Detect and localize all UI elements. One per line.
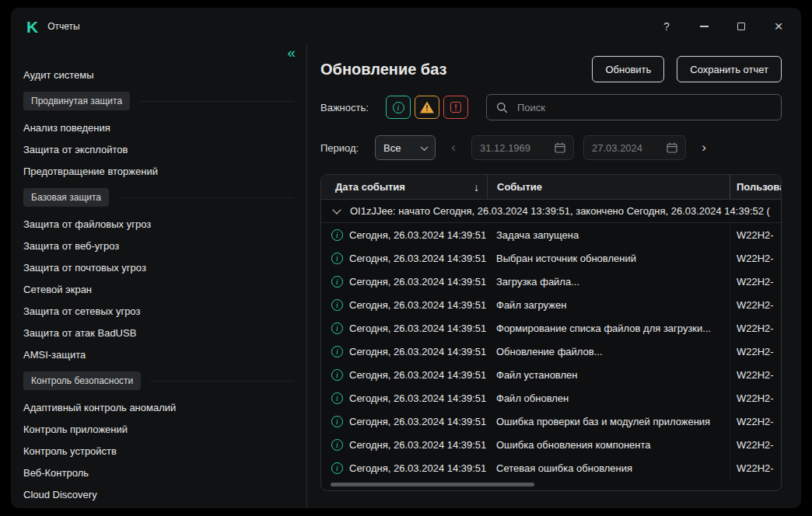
section-divider (118, 197, 294, 198)
date-to-value: 27.03.2024 (592, 142, 642, 154)
sidebar-item[interactable]: Контроль устройств (23, 440, 294, 462)
window-title: Отчеты (47, 21, 79, 32)
window-controls: ? × (641, 15, 790, 38)
info-icon (331, 416, 343, 427)
event-date-cell: Сегодня, 26.03.2024 14:39:51 (321, 439, 487, 451)
table-row[interactable]: Сегодня, 26.03.2024 14:39:51Формирование… (321, 316, 781, 340)
event-date-cell: Сегодня, 26.03.2024 14:39:51 (321, 229, 487, 241)
event-user: W22H2- (730, 270, 781, 293)
period-prev-button[interactable]: ‹ (445, 140, 462, 155)
period-next-button[interactable]: › (695, 140, 712, 155)
info-icon (331, 229, 343, 241)
sidebar-section: Базовая защита (23, 188, 294, 207)
critical-icon (450, 102, 461, 113)
event-user: W22H2- (730, 410, 781, 433)
event-date-cell: Сегодня, 26.03.2024 14:39:51 (321, 276, 487, 288)
sidebar-item[interactable]: Анализ поведения (23, 117, 294, 138)
event-name: Ошибка проверки баз и модулей приложения (487, 416, 730, 427)
severity-warning-toggle[interactable] (415, 96, 439, 119)
table-row[interactable]: Сегодня, 26.03.2024 14:39:51Ошибка прове… (321, 410, 781, 433)
table-header: Дата события ↓ Событие Пользователь (321, 175, 781, 200)
severity-info-toggle[interactable] (386, 96, 411, 119)
event-date: Сегодня, 26.03.2024 14:39:51 (349, 439, 486, 451)
table-row[interactable]: Сегодня, 26.03.2024 14:39:51Загрузка фай… (321, 270, 781, 293)
column-header-event[interactable]: Событие (487, 175, 730, 199)
event-user: W22H2- (730, 316, 781, 340)
table-row[interactable]: Сегодня, 26.03.2024 14:39:51Файл обновле… (321, 386, 781, 410)
sidebar-item[interactable]: Предотвращение вторжений (23, 160, 294, 182)
event-date: Сегодня, 26.03.2024 14:39:51 (349, 346, 486, 357)
date-from-input[interactable]: 31.12.1969 (471, 135, 574, 160)
sidebar-section: Продвинутая защита (23, 92, 294, 110)
sidebar-item[interactable]: Защита от эксплойтов (23, 138, 294, 160)
calendar-icon (555, 142, 565, 153)
table-row[interactable]: Сегодня, 26.03.2024 14:39:51Выбран источ… (321, 246, 781, 270)
table-row[interactable]: Сегодня, 26.03.2024 14:39:51Файл установ… (321, 363, 781, 386)
sidebar-item[interactable]: Аудит системы (23, 64, 294, 85)
table-row[interactable]: Сегодня, 26.03.2024 14:39:51Файл загруже… (321, 293, 781, 316)
event-date-cell: Сегодня, 26.03.2024 14:39:51 (321, 253, 487, 264)
maximize-button[interactable] (730, 15, 753, 38)
event-date: Сегодня, 26.03.2024 14:39:51 (349, 253, 486, 264)
period-select[interactable]: Все (375, 135, 436, 160)
column-header-date[interactable]: Дата события ↓ (321, 175, 487, 199)
event-user: W22H2- (730, 293, 781, 316)
sidebar-item[interactable]: Контроль приложений (23, 418, 294, 440)
event-name: Выбран источник обновлений (487, 253, 730, 264)
event-user: W22H2- (730, 433, 781, 456)
minimize-button[interactable] (692, 15, 716, 38)
event-name: Задача запущена (487, 229, 730, 241)
horizontal-scrollbar (331, 483, 772, 486)
table-row[interactable]: Сегодня, 26.03.2024 14:39:51Ошибка обнов… (321, 433, 781, 456)
chevron-down-icon (332, 205, 341, 214)
event-user: W22H2- (730, 386, 781, 410)
warning-icon (420, 102, 434, 113)
event-date-cell: Сегодня, 26.03.2024 14:39:51 (321, 462, 487, 474)
sidebar-item[interactable]: Защита от файловых угроз (23, 213, 294, 235)
date-from-value: 31.12.1969 (480, 142, 530, 154)
table-row[interactable]: Сегодня, 26.03.2024 14:39:51Обновление ф… (321, 340, 781, 363)
search-icon (496, 102, 508, 113)
sidebar-item[interactable]: Cloud Discovery (23, 483, 294, 505)
sidebar-list: Аудит системыПродвинутая защитаАнализ по… (23, 64, 294, 505)
sidebar-section: Контроль безопасности (23, 371, 294, 390)
event-date-cell: Сегодня, 26.03.2024 14:39:51 (321, 299, 487, 311)
sidebar-item[interactable]: Защита от сетевых угроз (23, 300, 294, 322)
sidebar-item[interactable]: Защита от почтовых угроз (23, 256, 294, 278)
sidebar-item[interactable]: Адаптивный контроль аномалий (23, 396, 294, 418)
event-name: Файл установлен (487, 369, 730, 381)
horizontal-scrollbar-thumb[interactable] (331, 483, 534, 486)
refresh-button[interactable]: Обновить (592, 56, 664, 82)
event-user: W22H2- (730, 246, 781, 270)
event-date-cell: Сегодня, 26.03.2024 14:39:51 (321, 416, 487, 427)
sidebar-item[interactable]: Защита от веб-угроз (23, 235, 294, 256)
kaspersky-logo-icon: K (26, 19, 38, 35)
event-name: Сетевая ошибка обновления (487, 462, 730, 474)
task-group-row[interactable]: OI1zJJee: начато Сегодня, 26.03.2024 13:… (321, 200, 781, 223)
help-button[interactable]: ? (655, 15, 678, 38)
sidebar-item[interactable]: AMSI-защита (23, 343, 294, 365)
table-row[interactable]: Сегодня, 26.03.2024 14:39:51Задача запущ… (321, 223, 781, 246)
sidebar-item[interactable]: Веб-Контроль (23, 462, 294, 483)
column-header-user[interactable]: Пользователь (730, 175, 781, 199)
table-row[interactable]: Сегодня, 26.03.2024 14:39:51Сетевая ошиб… (321, 456, 781, 479)
event-user: W22H2- (730, 363, 781, 386)
minimize-icon (700, 26, 709, 27)
event-date: Сегодня, 26.03.2024 14:39:51 (349, 416, 486, 427)
date-to-input[interactable]: 27.03.2024 (583, 135, 686, 160)
sidebar-section-badge: Продвинутая защита (23, 92, 130, 110)
severity-critical-toggle[interactable] (443, 96, 468, 119)
close-button[interactable]: × (767, 15, 790, 38)
info-icon (331, 346, 343, 357)
search-input[interactable] (516, 101, 772, 114)
sidebar-item[interactable]: Защита от атак BadUSB (23, 322, 294, 343)
event-user: W22H2- (730, 223, 781, 246)
titlebar: K Отчеты ? × (11, 8, 801, 45)
main-header: Обновление баз Обновить Сохранить отчет (320, 56, 782, 82)
event-date-cell: Сегодня, 26.03.2024 14:39:51 (321, 346, 487, 357)
task-group-summary: OI1zJJee: начато Сегодня, 26.03.2024 13:… (350, 205, 770, 217)
save-report-button[interactable]: Сохранить отчет (677, 56, 782, 82)
sidebar-item[interactable]: Сетевой экран (23, 278, 294, 300)
sidebar-collapse-button[interactable]: « (287, 45, 296, 60)
period-label: Период: (320, 142, 375, 154)
